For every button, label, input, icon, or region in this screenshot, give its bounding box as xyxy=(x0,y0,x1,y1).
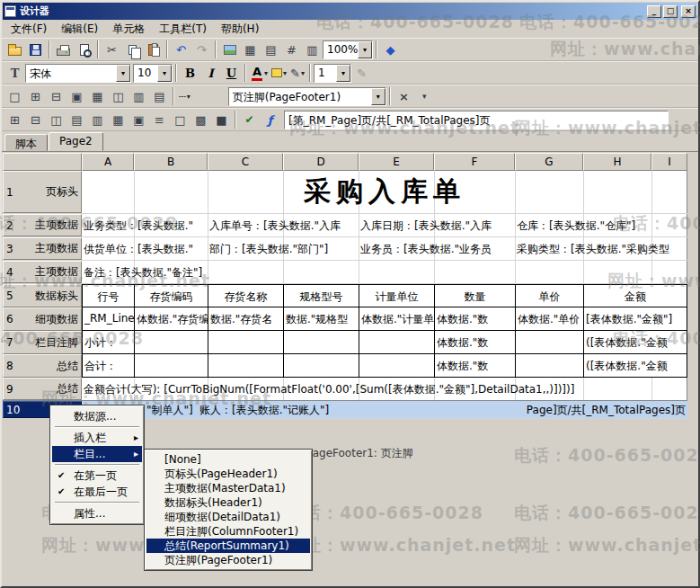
cell-subtotal-label[interactable]: 小计： xyxy=(82,331,134,354)
row-header-4[interactable]: 4主项数据 xyxy=(3,261,82,283)
zoom-combobox[interactable]: 100% ▾ xyxy=(323,40,373,59)
cell-empty[interactable] xyxy=(208,354,283,378)
underline-button[interactable]: U xyxy=(221,63,242,83)
cell-empty[interactable] xyxy=(134,331,208,354)
row-header-6[interactable]: 6细项数据 xyxy=(3,307,82,331)
cell-col-price[interactable]: 单价 xyxy=(515,284,583,307)
column-header-d[interactable]: D xyxy=(283,153,359,171)
menu-item-last-page[interactable]: ✔在最后一页 xyxy=(52,484,142,500)
row-header-5[interactable]: 5数据标头 xyxy=(3,284,82,307)
submenu-item-header[interactable]: 数据标头(Header1) xyxy=(146,495,310,510)
report-title-cell[interactable]: 采购入库单 xyxy=(82,171,687,212)
cell-col-itemname[interactable]: 存货名称 xyxy=(208,284,283,307)
cell-remark[interactable]: 备注：[表头数据."备注"] xyxy=(84,264,202,280)
split-cells-button[interactable]: ⊟ xyxy=(25,110,46,129)
cell-empty[interactable] xyxy=(359,354,434,378)
row-cells[interactable]: _RM_Line 体数据."存货编 数据."存货名 数据."规格型 体数据."计… xyxy=(82,307,687,331)
border-horizontal-button[interactable]: ⊟ xyxy=(46,86,66,106)
cell-maker-fragment[interactable]: "制单人"] xyxy=(146,402,193,417)
column-header-h[interactable]: H xyxy=(583,153,651,171)
cell-amount-in-words[interactable]: 金额合计(大写): [CurrToBigNum([FormatFloat('0.… xyxy=(84,381,574,396)
column-header-g[interactable]: G xyxy=(515,153,583,171)
band-selector-combobox[interactable]: 页注脚(PageFooter1) ▾ xyxy=(228,87,386,106)
cell-receipt-date[interactable]: 入库日期：[表头数据."入库 xyxy=(360,218,492,233)
cell-empty[interactable] xyxy=(134,354,208,378)
grid-corner[interactable] xyxy=(3,153,82,171)
function-button[interactable]: ƒ xyxy=(260,110,280,129)
chevron-down-icon[interactable]: ▾ xyxy=(336,65,350,82)
cell-col-amount[interactable]: 金额 xyxy=(583,284,687,307)
chevron-down-icon[interactable]: ▾ xyxy=(157,65,172,82)
menu-item-properties[interactable]: 属性... xyxy=(52,505,142,521)
row-header-1[interactable]: 1页标头 xyxy=(3,171,82,213)
cell-col-lineno[interactable]: 行号 xyxy=(82,284,134,307)
more-dropdown-button[interactable]: ▾ xyxy=(414,86,435,106)
print-preview-button[interactable] xyxy=(74,40,94,59)
border-width-combobox[interactable]: 1 ▾ xyxy=(314,64,351,83)
cell-col-qty[interactable]: 数量 xyxy=(434,284,515,307)
menu-item-datasource[interactable]: 数据源... xyxy=(52,408,142,424)
chevron-down-icon[interactable]: ▾ xyxy=(187,93,191,101)
row-cells[interactable]: 合计： 体数据."数 ([表体数据."金额 xyxy=(82,354,687,378)
cell-supplier[interactable]: 供货单位：[表头数据." xyxy=(84,241,193,256)
menu-help[interactable]: 帮助(H) xyxy=(214,20,266,39)
chevron-down-icon[interactable]: ▾ xyxy=(116,65,130,82)
column-header-a[interactable]: A xyxy=(82,153,134,171)
chevron-down-icon[interactable]: ▾ xyxy=(358,41,372,58)
row-header-2[interactable]: 2主项数据 xyxy=(3,214,82,236)
toggle-row-headers-button[interactable]: ▤ xyxy=(261,40,281,59)
submenu-item-none[interactable]: [None] xyxy=(146,452,310,467)
border-grid-button[interactable]: ▦ xyxy=(87,86,108,106)
row-cells[interactable]: "制单人"] 账人：[表头数据."记账人"] Page]页/共[_RM_Tota… xyxy=(82,401,687,418)
border-none-button[interactable]: □ xyxy=(4,86,25,106)
fill-pattern-button[interactable]: ▩ xyxy=(191,110,211,129)
menu-file[interactable]: 文件(F) xyxy=(4,20,54,39)
border-inner-horizontal-button[interactable]: ▤ xyxy=(149,86,170,106)
toggle-ruler-button[interactable]: # xyxy=(281,40,302,59)
save-button[interactable] xyxy=(25,40,46,59)
row-header-9[interactable]: 9总结 xyxy=(3,378,82,400)
align-bottom-button[interactable]: ▦ xyxy=(108,110,128,129)
insert-image-button[interactable] xyxy=(219,40,240,59)
minimize-button[interactable]: _ xyxy=(647,5,661,18)
undo-button[interactable]: ↶ xyxy=(171,40,191,59)
border-inner-vertical-button[interactable]: ▥ xyxy=(128,86,149,106)
fill-color-button[interactable]: ▾ xyxy=(270,63,288,83)
cell-business-type[interactable]: 业务类型：[表头数据." xyxy=(84,218,193,233)
cut-button[interactable]: ✂ xyxy=(102,40,122,59)
column-header-c[interactable]: C xyxy=(208,153,283,171)
align-right-button[interactable]: □ xyxy=(170,110,191,129)
cell-col-unit[interactable]: 计量单位 xyxy=(359,284,434,307)
submenu-item-column-footer[interactable]: 栏目注脚(ColumnFooter1) xyxy=(146,524,310,539)
cell-warehouse[interactable]: 仓库：[表头数据."仓库"] xyxy=(517,218,635,233)
font-size-combobox[interactable]: 10 ▾ xyxy=(133,64,173,83)
cell-detail-price[interactable]: 体数据."单价 xyxy=(515,307,583,331)
row-cells[interactable]: 小计： 体数据."数 ([表体数据."金额 xyxy=(82,331,687,354)
cell-receipt-no[interactable]: 入库单号：[表头数据."入库 xyxy=(209,218,341,233)
maximize-button[interactable]: □ xyxy=(663,5,678,18)
cell-page-number[interactable]: Page]页/共[_RM_TotalPages]页 xyxy=(527,402,686,417)
cell-detail-lineno[interactable]: _RM_Line xyxy=(82,307,134,331)
panel-button[interactable]: ◆ xyxy=(380,40,401,59)
cell-subtotal-qty[interactable]: 体数据."数 xyxy=(434,331,515,354)
border-vertical-button[interactable]: ◫ xyxy=(108,86,128,106)
tab-page2[interactable]: Page2 xyxy=(49,132,103,151)
font-name-combobox[interactable]: 宋体 ▾ xyxy=(25,64,131,83)
font-color-button[interactable]: A▾ xyxy=(249,63,270,83)
cell-detail-itemname[interactable]: 数据."存货名 xyxy=(208,307,283,331)
font-style-button[interactable]: T xyxy=(4,63,25,83)
menu-item-insert-band[interactable]: 插入栏▸ xyxy=(52,430,142,446)
italic-button[interactable]: I xyxy=(200,63,221,83)
titlebar[interactable]: 设计器 _ □ × xyxy=(3,3,697,20)
confirm-formula-button[interactable]: ✔ xyxy=(239,110,260,129)
submenu-item-detail-data[interactable]: 细项数据(DetailData1) xyxy=(146,510,310,524)
line-style-button[interactable]: ┄▾ xyxy=(177,86,192,106)
cell-detail-amount[interactable]: [表体数据."金额"] xyxy=(583,307,687,331)
row-cells[interactable]: 供货单位：[表头数据." 部门：[表头数据."部门"] 业务员：[表头数据."业… xyxy=(82,237,687,260)
toggle-grid-button[interactable]: ▦ xyxy=(240,40,261,59)
cell-department[interactable]: 部门：[表头数据."部门"] xyxy=(209,241,328,256)
row-cells[interactable]: 采购入库单 xyxy=(82,171,687,213)
submenu-item-master-data[interactable]: 主项数据(MasterData1) xyxy=(146,481,310,495)
chevron-down-icon[interactable]: ▾ xyxy=(301,69,305,77)
open-button[interactable] xyxy=(4,40,25,59)
